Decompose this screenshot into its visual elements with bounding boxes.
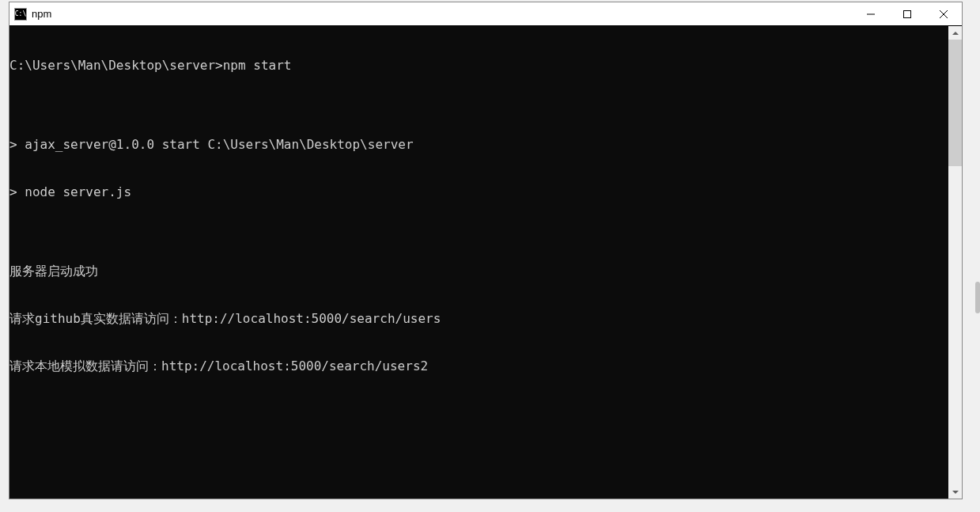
window-title: npm xyxy=(32,8,51,20)
svg-marker-4 xyxy=(952,32,959,35)
svg-rect-1 xyxy=(904,10,911,17)
chevron-up-icon xyxy=(952,32,959,35)
scroll-up-button[interactable] xyxy=(948,26,962,40)
terminal-line: C:\Users\Man\Desktop\server>npm start xyxy=(9,58,948,74)
maximize-icon xyxy=(903,10,911,18)
minimize-icon xyxy=(867,10,875,18)
titlebar[interactable]: C:\ npm xyxy=(9,2,962,26)
window-controls xyxy=(853,2,962,25)
close-button[interactable] xyxy=(925,2,962,25)
maximize-button[interactable] xyxy=(889,2,925,25)
title-left: C:\ npm xyxy=(9,8,51,21)
terminal-scrollbar[interactable] xyxy=(948,26,962,499)
terminal-window: C:\ npm C:\Users\Man\Desktop\server>npm … xyxy=(9,2,963,499)
chevron-down-icon xyxy=(952,491,959,494)
terminal-line: 请求github真实数据请访问：http://localhost:5000/se… xyxy=(9,311,948,327)
scrollbar-track[interactable] xyxy=(948,40,962,485)
close-icon xyxy=(940,10,948,18)
scroll-down-button[interactable] xyxy=(948,485,962,499)
terminal-line: 请求本地模拟数据请访问：http://localhost:5000/search… xyxy=(9,358,948,374)
scrollbar-thumb[interactable] xyxy=(948,40,962,166)
svg-marker-5 xyxy=(952,491,959,494)
page-scrollbar-thumb[interactable] xyxy=(975,282,980,313)
terminal-body: C:\Users\Man\Desktop\server>npm start > … xyxy=(9,26,962,499)
terminal-output[interactable]: C:\Users\Man\Desktop\server>npm start > … xyxy=(9,26,948,499)
terminal-line: > node server.js xyxy=(9,184,948,200)
page-scrollbar[interactable] xyxy=(972,0,980,512)
cmd-icon: C:\ xyxy=(14,8,27,21)
minimize-button[interactable] xyxy=(853,2,889,25)
terminal-line: > ajax_server@1.0.0 start C:\Users\Man\D… xyxy=(9,137,948,153)
terminal-line: 服务器启动成功 xyxy=(9,264,948,279)
